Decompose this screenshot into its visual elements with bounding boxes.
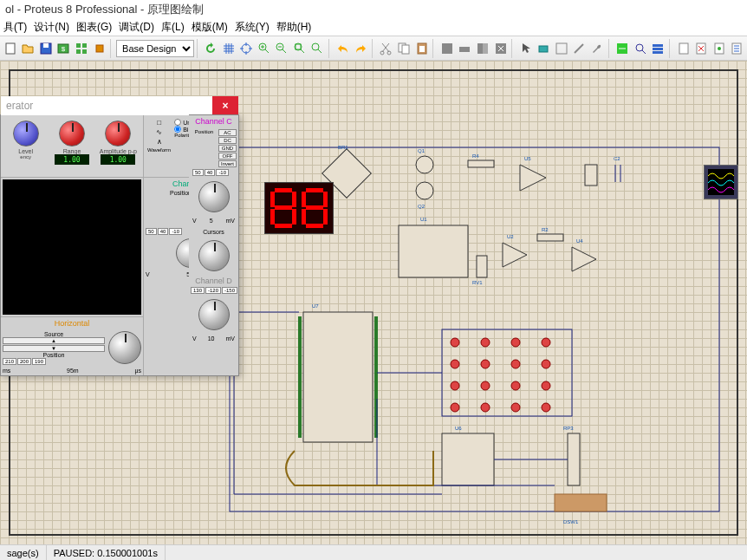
panel-title[interactable]: erator — [1, 96, 238, 115]
svg-text:U1: U1 — [420, 217, 427, 222]
channel-d-knob[interactable] — [198, 299, 230, 330]
menu-system[interactable]: 系统(Y) — [235, 20, 270, 35]
svg-text:DSW1: DSW1 — [563, 519, 579, 524]
svg-point-67 — [542, 338, 550, 347]
channel-c-knob[interactable] — [198, 181, 230, 212]
svg-point-64 — [451, 338, 459, 347]
svg-text:C2: C2 — [614, 156, 620, 161]
menu-library[interactable]: 库(L) — [161, 20, 185, 35]
amp-knob-block: Amplitude p-p 1.00 — [97, 119, 140, 173]
waveform-select[interactable]: □∿∧ Waveform — [147, 119, 171, 173]
svg-text:R4: R4 — [472, 153, 479, 159]
svg-rect-21 — [419, 46, 425, 52]
svg-text:U7: U7 — [312, 303, 319, 309]
design-combo[interactable]: Base Design — [116, 40, 194, 57]
svg-rect-2 — [43, 43, 49, 48]
package-icon[interactable] — [536, 39, 553, 58]
tool-a-icon[interactable] — [553, 39, 570, 58]
zoom-region-icon[interactable] — [309, 39, 327, 58]
new-icon[interactable] — [2, 39, 19, 58]
zoom-in-icon[interactable] — [256, 39, 273, 58]
svg-text:Q1: Q1 — [418, 148, 425, 153]
zoom-fit-icon[interactable] — [291, 39, 309, 58]
menu-design[interactable]: 设计(N) — [34, 20, 69, 35]
search-icon[interactable] — [632, 39, 649, 58]
svg-rect-51 — [399, 225, 468, 277]
svg-text:BR1: BR1 — [338, 145, 348, 150]
block-move-icon[interactable] — [457, 39, 474, 58]
zoom-out-icon[interactable] — [274, 39, 291, 58]
level-knob[interactable] — [13, 120, 39, 147]
svg-rect-24 — [477, 43, 483, 54]
toolbar: $ Base Design — [0, 36, 747, 61]
block-rotate-icon[interactable] — [474, 39, 491, 58]
messages-cell[interactable]: sage(s) — [0, 545, 47, 560]
grid-icon[interactable] — [73, 39, 90, 58]
svg-rect-25 — [483, 43, 488, 54]
svg-rect-27 — [539, 46, 548, 52]
pick-icon[interactable] — [517, 39, 535, 58]
svg-point-66 — [511, 338, 520, 347]
block-delete-icon[interactable] — [492, 39, 510, 58]
svg-point-65 — [481, 338, 490, 347]
svg-point-74 — [511, 381, 520, 390]
property-icon[interactable] — [650, 39, 667, 58]
svg-rect-22 — [442, 43, 452, 54]
erc-icon[interactable] — [692, 39, 710, 58]
svg-rect-5 — [76, 43, 81, 48]
channel-c-knob2[interactable] — [198, 240, 230, 271]
range-knob[interactable] — [59, 120, 85, 147]
menu-help[interactable]: 帮助(H) — [276, 20, 312, 35]
copy-icon[interactable] — [395, 39, 412, 58]
svg-text:U2: U2 — [507, 234, 514, 239]
svg-rect-9 — [96, 45, 103, 52]
svg-point-42 — [416, 156, 433, 173]
svg-text:RP3: RP3 — [563, 426, 574, 431]
undo-icon[interactable] — [335, 39, 352, 58]
level-knob-block: Level ency — [4, 119, 47, 173]
svg-point-75 — [542, 381, 550, 390]
svg-text:U4: U4 — [576, 238, 583, 244]
svg-point-77 — [481, 403, 490, 412]
app-title: ol - Proteus 8 Professional - 原理图绘制 — [5, 2, 204, 17]
save-icon[interactable] — [37, 39, 55, 58]
scope-screen — [3, 179, 141, 315]
wire-tool-icon[interactable] — [614, 39, 631, 58]
svg-rect-7 — [76, 49, 81, 54]
amplitude-knob[interactable] — [105, 120, 131, 147]
wrench-icon[interactable] — [588, 39, 606, 58]
svg-rect-32 — [653, 48, 663, 50]
redo-icon[interactable] — [352, 39, 369, 58]
range-knob-block: Range 1.00 — [50, 119, 93, 173]
horizontal-label: Horizontal — [3, 319, 141, 328]
menu-chart[interactable]: 图表(G) — [76, 20, 112, 35]
svg-point-76 — [451, 403, 459, 412]
paste-icon[interactable] — [413, 39, 431, 58]
title-bar: ol - Proteus 8 Professional - 原理图绘制 — [0, 0, 747, 19]
svg-rect-82 — [568, 433, 580, 485]
channel-c-mode[interactable]: ACDC GNDOFF Invert — [218, 129, 237, 167]
cut-icon[interactable] — [378, 39, 395, 58]
tool-b-icon[interactable] — [571, 39, 588, 58]
virtual-oscilloscope[interactable] — [704, 165, 738, 199]
svg-rect-34 — [679, 43, 688, 54]
block-copy-icon[interactable] — [438, 39, 456, 58]
chip-icon[interactable] — [91, 39, 108, 58]
money-icon[interactable]: $ — [55, 39, 73, 58]
menu-template[interactable]: 模版(M) — [192, 20, 228, 35]
open-icon[interactable] — [20, 39, 37, 58]
menu-tools[interactable]: 具(T) — [3, 20, 27, 35]
report-icon[interactable] — [675, 39, 692, 58]
menu-debug[interactable]: 调试(D) — [119, 20, 154, 35]
refresh-icon[interactable] — [202, 39, 219, 58]
horizontal-knob[interactable] — [108, 331, 141, 364]
svg-point-15 — [312, 43, 319, 50]
svg-point-37 — [718, 47, 721, 50]
close-icon[interactable]: × — [212, 96, 238, 115]
netlist-icon[interactable] — [711, 39, 728, 58]
bom-icon[interactable] — [729, 39, 746, 58]
grid-toggle-icon[interactable] — [220, 39, 237, 58]
target-icon[interactable] — [237, 39, 255, 58]
svg-rect-80 — [442, 433, 494, 485]
svg-text:RV1: RV1 — [472, 280, 483, 285]
